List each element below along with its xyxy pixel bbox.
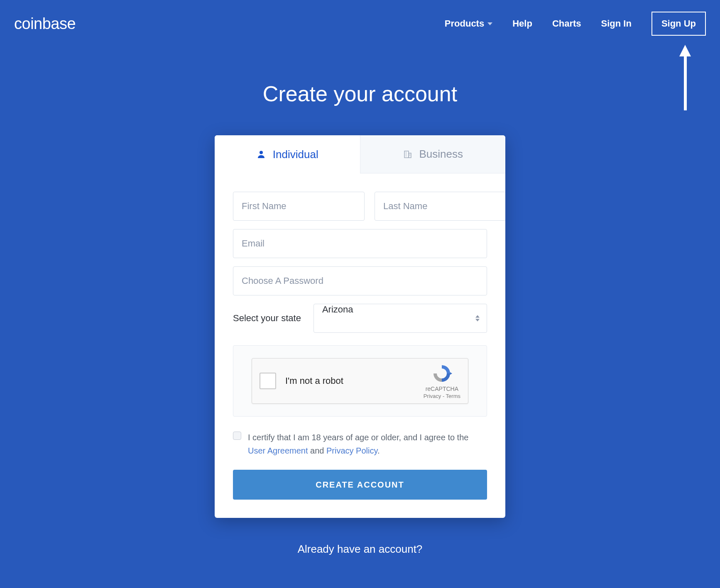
password-field[interactable] [233,266,487,295]
consent-suffix: . [377,446,380,455]
age-consent-text: I certify that I am 18 years of age or o… [248,431,487,457]
state-select[interactable]: Arizona [313,304,487,333]
nav-help[interactable]: Help [512,18,532,29]
nav-products-label: Products [445,18,484,29]
account-type-tabs: Individual Business [215,135,505,173]
consent-and: and [308,446,326,455]
recaptcha-box: I'm not a robot reCAPTCHA [252,358,468,404]
create-account-button[interactable]: CREATE ACCOUNT [233,470,487,500]
email-field[interactable] [233,229,487,258]
recaptcha-icon [431,363,452,384]
building-icon [403,149,413,159]
tab-individual-label: Individual [273,148,318,161]
nav-charts[interactable]: Charts [552,18,581,29]
brand-logo[interactable]: coinbase [14,15,76,33]
state-label: Select your state [233,313,301,324]
signup-form: Select your state Arizona I'm not a robo… [215,173,505,518]
recaptcha-checkbox[interactable] [260,373,276,389]
nav-signin[interactable]: Sign In [601,18,632,29]
svg-point-0 [260,151,263,154]
recaptcha-terms-link[interactable]: Terms [446,393,460,399]
tab-individual[interactable]: Individual [215,135,360,173]
first-name-field[interactable] [233,192,365,221]
captcha-container: I'm not a robot reCAPTCHA [233,345,487,417]
recaptcha-brand: reCAPTCHA [424,385,460,392]
tab-business-label: Business [419,148,463,161]
consent-prefix: I certify that I am 18 years of age or o… [248,433,468,442]
age-consent-checkbox[interactable] [233,432,241,440]
nav-signup-button[interactable]: Sign Up [651,12,706,36]
nav-products[interactable]: Products [445,18,492,29]
last-name-field[interactable] [375,192,505,221]
tab-business[interactable]: Business [360,135,506,173]
person-icon [256,149,266,159]
recaptcha-label: I'm not a robot [285,376,424,386]
page-title: Create your account [0,81,720,106]
header: coinbase Products Help Charts Sign In Si… [0,0,720,36]
top-nav: Products Help Charts Sign In Sign Up [445,12,706,36]
privacy-policy-link[interactable]: Privacy Policy [326,446,377,455]
already-have-account-link[interactable]: Already have an account? [0,543,720,572]
svg-marker-9 [450,372,452,375]
signup-card: Individual Business Select your state [215,135,505,518]
recaptcha-badge: reCAPTCHA Privacy - Terms [424,363,460,399]
caret-down-icon [487,22,492,25]
recaptcha-privacy-link[interactable]: Privacy [424,393,441,399]
user-agreement-link[interactable]: User Agreement [248,446,308,455]
